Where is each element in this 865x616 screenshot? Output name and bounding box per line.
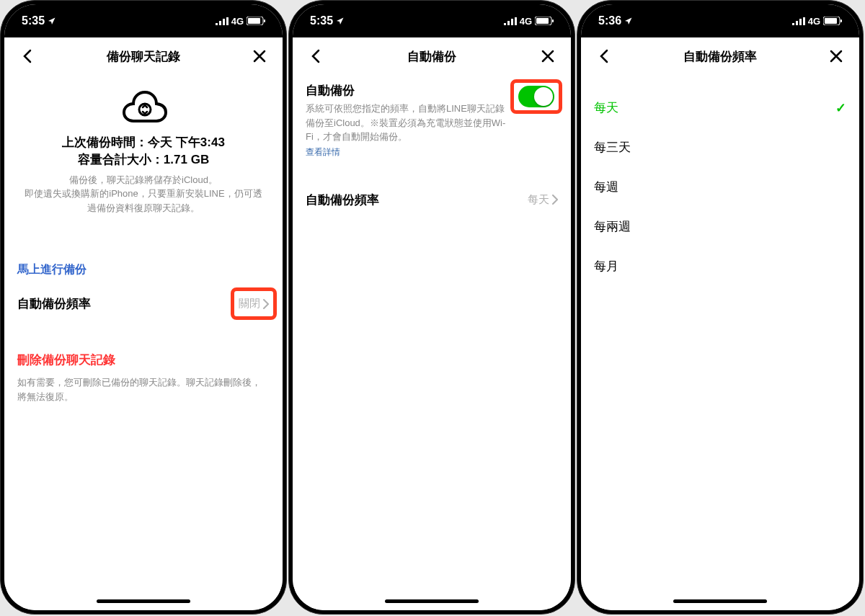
svg-rect-6 bbox=[264, 19, 265, 22]
svg-rect-20 bbox=[825, 18, 837, 24]
frequency-option-biweekly[interactable]: 每兩週 bbox=[594, 207, 846, 246]
home-indicator[interactable] bbox=[385, 599, 479, 603]
close-icon bbox=[830, 50, 843, 63]
backup-now-button[interactable]: 馬上進行備份 bbox=[17, 251, 270, 285]
svg-rect-15 bbox=[792, 23, 794, 25]
frequency-label: 每週 bbox=[594, 179, 618, 195]
frequency-label: 每天 bbox=[594, 99, 618, 116]
svg-rect-18 bbox=[803, 17, 805, 25]
svg-rect-0 bbox=[216, 23, 218, 25]
frequency-option-daily[interactable]: 每天 ✓ bbox=[594, 88, 846, 128]
frequency-label: 每三天 bbox=[594, 139, 631, 156]
frequency-label: 每兩週 bbox=[594, 218, 631, 235]
signal-icon bbox=[216, 17, 229, 25]
status-bar: 5:35 4G bbox=[4, 4, 283, 37]
svg-rect-10 bbox=[511, 19, 513, 25]
frequency-option-every-3-days[interactable]: 每三天 bbox=[594, 128, 846, 167]
status-bar: 5:35 4G bbox=[293, 4, 571, 37]
chevron-right-icon bbox=[552, 195, 558, 205]
content: 上次備份時間：今天 下午3:43 容量合計大小：1.71 GB 備份後，聊天記錄… bbox=[4, 75, 283, 610]
auto-backup-frequency-row[interactable]: 自動備份頻率 關閉 bbox=[17, 285, 270, 323]
close-button[interactable] bbox=[249, 50, 270, 63]
location-icon bbox=[336, 17, 345, 25]
delete-backup-description: 如有需要，您可刪除已備份的聊天記錄。聊天記錄刪除後，將無法復原。 bbox=[17, 375, 270, 403]
nav-bar: 自動備份頻率 bbox=[581, 37, 859, 75]
last-backup-time: 上次備份時間：今天 下午3:43 bbox=[22, 134, 265, 151]
home-indicator[interactable] bbox=[97, 599, 190, 603]
back-button[interactable] bbox=[306, 49, 326, 63]
nav-bar: 備份聊天記錄 bbox=[4, 37, 283, 75]
close-button[interactable] bbox=[826, 50, 846, 63]
status-time: 5:36 bbox=[598, 14, 621, 27]
battery-icon bbox=[535, 17, 554, 25]
frequency-option-monthly[interactable]: 每月 bbox=[594, 246, 846, 286]
auto-backup-toggle-row: 自動備份 系統可依照您指定的頻率，自動將LINE聊天記錄備份至iCloud。※裝… bbox=[306, 75, 558, 159]
svg-rect-8 bbox=[504, 23, 506, 25]
network-label: 4G bbox=[808, 16, 820, 27]
location-icon bbox=[48, 17, 56, 25]
chevron-right-icon bbox=[263, 299, 269, 309]
close-icon bbox=[253, 50, 266, 63]
svg-rect-1 bbox=[219, 21, 221, 25]
auto-backup-frequency-value: 關閉 bbox=[239, 297, 260, 311]
svg-rect-11 bbox=[515, 17, 517, 25]
location-icon bbox=[624, 17, 633, 25]
auto-backup-frequency-value: 每天 bbox=[528, 193, 549, 207]
backup-description: 備份後，聊天記錄將儲存於iCloud。 即使遺失或換購新的iPhone，只要重新… bbox=[22, 173, 265, 215]
signal-icon bbox=[504, 17, 517, 25]
view-details-link[interactable]: 查看詳情 bbox=[306, 146, 340, 159]
svg-rect-21 bbox=[840, 19, 842, 22]
phone-screen-3: 5:36 4G 自動備份頻率 每天 ✓ 每三天 bbox=[577, 0, 864, 615]
auto-backup-frequency-label: 自動備份頻率 bbox=[17, 295, 91, 312]
close-icon bbox=[541, 50, 554, 63]
status-bar: 5:36 4G bbox=[581, 4, 859, 37]
cloud-backup-icon bbox=[17, 75, 270, 134]
nav-bar: 自動備份 bbox=[293, 37, 571, 75]
highlight-marker: 關閉 bbox=[231, 287, 277, 320]
home-indicator[interactable] bbox=[673, 599, 767, 603]
status-time: 5:35 bbox=[310, 14, 333, 27]
svg-rect-5 bbox=[248, 18, 260, 24]
svg-rect-2 bbox=[223, 19, 225, 25]
frequency-option-weekly[interactable]: 每週 bbox=[594, 167, 846, 207]
svg-rect-13 bbox=[536, 18, 549, 24]
page-title: 備份聊天記錄 bbox=[37, 48, 249, 65]
back-button[interactable] bbox=[594, 49, 614, 63]
phone-screen-1: 5:35 4G 備份聊天記錄 上次備份時間：今天 下午3:43 bbox=[0, 0, 287, 615]
battery-icon bbox=[247, 17, 265, 25]
chevron-left-icon bbox=[23, 49, 32, 63]
toggle-knob bbox=[534, 87, 553, 106]
screen-content: 5:35 4G 自動備份 自動備份 系統可依照您指定的頻率，自動將LIN bbox=[293, 4, 571, 610]
back-button[interactable] bbox=[17, 49, 37, 63]
battery-icon bbox=[823, 17, 842, 25]
chevron-left-icon bbox=[600, 49, 608, 63]
checkmark-icon: ✓ bbox=[835, 100, 846, 116]
svg-rect-14 bbox=[552, 19, 554, 22]
delete-backup-button[interactable]: 刪除備份聊天記錄 bbox=[17, 346, 270, 368]
backup-size: 容量合計大小：1.71 GB bbox=[22, 151, 265, 169]
page-title: 自動備份頻率 bbox=[614, 48, 826, 65]
auto-backup-frequency-row[interactable]: 自動備份頻率 每天 bbox=[306, 183, 558, 217]
screen-content: 5:35 4G 備份聊天記錄 上次備份時間：今天 下午3:43 bbox=[4, 4, 283, 610]
signal-icon bbox=[792, 17, 805, 25]
auto-backup-label: 自動備份 bbox=[306, 82, 512, 99]
svg-rect-16 bbox=[796, 21, 798, 25]
svg-rect-17 bbox=[799, 19, 802, 25]
svg-rect-3 bbox=[226, 17, 229, 25]
frequency-label: 每月 bbox=[594, 258, 618, 274]
content: 每天 ✓ 每三天 每週 每兩週 每月 bbox=[581, 75, 859, 610]
phone-screen-2: 5:35 4G 自動備份 自動備份 系統可依照您指定的頻率，自動將LIN bbox=[288, 0, 575, 615]
auto-backup-toggle[interactable] bbox=[518, 86, 554, 107]
auto-backup-frequency-label: 自動備份頻率 bbox=[306, 192, 379, 208]
close-button[interactable] bbox=[538, 50, 558, 63]
backup-info: 上次備份時間：今天 下午3:43 容量合計大小：1.71 GB 備份後，聊天記錄… bbox=[17, 134, 270, 228]
status-time: 5:35 bbox=[22, 14, 45, 27]
network-label: 4G bbox=[231, 16, 244, 27]
highlight-marker bbox=[510, 79, 562, 114]
page-title: 自動備份 bbox=[326, 48, 538, 65]
content: 自動備份 系統可依照您指定的頻率，自動將LINE聊天記錄備份至iCloud。※裝… bbox=[293, 75, 571, 610]
svg-rect-9 bbox=[507, 21, 510, 25]
chevron-left-icon bbox=[311, 49, 320, 63]
auto-backup-description: 系統可依照您指定的頻率，自動將LINE聊天記錄備份至iCloud。※裝置必須為充… bbox=[306, 102, 512, 144]
screen-content: 5:36 4G 自動備份頻率 每天 ✓ 每三天 bbox=[581, 4, 859, 610]
